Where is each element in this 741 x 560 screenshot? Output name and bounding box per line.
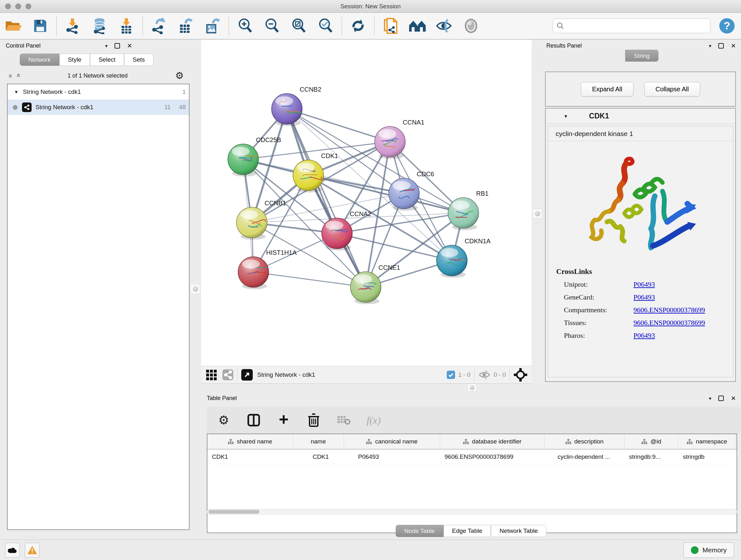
tab-string[interactable]: String	[625, 50, 658, 62]
panel-close-icon[interactable]: ✕	[731, 395, 736, 402]
table-horizontal-scrollbar[interactable]	[207, 509, 737, 515]
network-type-icon	[22, 103, 31, 112]
panel-close-icon[interactable]: ✕	[127, 42, 132, 50]
node-details-header[interactable]: ▼ CDK1	[546, 109, 735, 124]
tab-network[interactable]: Network	[20, 54, 59, 66]
network-view-toolbar: String Network - cdk1 1 - 0 0 - 0	[201, 366, 532, 384]
network-status-dot	[13, 105, 17, 110]
table-row[interactable]: CDK1 CDK1 P06493 9606.ENSP00000378699 cy…	[207, 449, 737, 464]
delete-table-icon	[336, 412, 352, 428]
status-bar: Memory	[0, 540, 741, 560]
crosslink-compartments-link[interactable]: 9606.ENSP00000378699	[633, 306, 705, 314]
panel-close-icon[interactable]: ✕	[731, 42, 736, 50]
open-session-button[interactable]	[0, 15, 27, 37]
tab-select[interactable]: Select	[90, 54, 124, 66]
column-header[interactable]: shared name	[207, 434, 293, 449]
collapse-all-networks-icon[interactable]: »	[14, 74, 22, 77]
scrollbar-thumb[interactable]	[208, 510, 259, 514]
right-splitter[interactable]	[532, 40, 543, 393]
zoom-fit-icon	[291, 17, 307, 34]
detach-view-button[interactable]	[241, 369, 253, 381]
selected-checkbox-icon[interactable]	[447, 371, 455, 379]
hide-selected-button[interactable]	[431, 15, 458, 37]
network-graph[interactable]: CCNB2CCNA1CDC25BCDK1CDC6RB1CCNB1CCNA2CDK…	[201, 40, 532, 366]
column-header[interactable]: description	[545, 434, 624, 449]
help-button[interactable]: ?	[719, 17, 735, 34]
search-field[interactable]	[553, 18, 711, 33]
grid-view-icon[interactable]	[206, 370, 217, 380]
panel-menu-caret-icon[interactable]: ▾	[105, 43, 108, 49]
zoom-out-icon	[264, 17, 280, 34]
export-network-button[interactable]	[145, 15, 172, 37]
network-share-icon[interactable]	[222, 369, 233, 380]
tab-sets[interactable]: Sets	[124, 54, 153, 66]
network-canvas[interactable]: CCNB2CCNA1CDC25BCDK1CDC6RB1CCNB1CCNA2CDK…	[201, 40, 532, 366]
zoom-selected-button[interactable]	[312, 15, 339, 37]
memory-button[interactable]: Memory	[684, 543, 734, 558]
network-row[interactable]: String Network - cdk1 11 48	[8, 100, 189, 115]
node-table: shared name name canonical name database…	[207, 434, 737, 533]
tab-style[interactable]: Style	[59, 54, 90, 66]
zoom-fit-button[interactable]	[285, 15, 312, 37]
cytoscape-window: Session: New Session	[0, 0, 741, 560]
panel-float-icon[interactable]	[115, 43, 120, 49]
crosslink-uniprot-link[interactable]: P06493	[633, 280, 655, 289]
crosslink-label: Pharos:	[564, 331, 633, 340]
import-network-database-button[interactable]	[86, 15, 113, 37]
bottom-splitter[interactable]	[201, 384, 532, 393]
network-edge-count: 48	[179, 104, 186, 111]
expand-all-networks-icon[interactable]: »	[6, 74, 15, 77]
crosslink-genecard-link[interactable]: P06493	[633, 293, 655, 301]
warnings-button[interactable]	[25, 543, 40, 557]
network-collection-row[interactable]: ▼ String Network - cdk1 1	[8, 84, 189, 100]
crosslink-pharos-link[interactable]: P06493	[633, 331, 655, 340]
crosslinks-heading: CrossLinks	[556, 267, 733, 276]
column-header[interactable]: namespace	[678, 434, 736, 449]
show-columns-icon[interactable]	[246, 412, 262, 428]
save-session-button[interactable]	[27, 15, 54, 37]
column-header[interactable]: database identifier	[440, 434, 545, 449]
crosslink-label: Compartments:	[564, 306, 633, 314]
toolbar-separator	[56, 17, 57, 35]
zoom-out-button[interactable]	[259, 15, 285, 37]
left-splitter[interactable]	[190, 40, 201, 540]
tab-edge-table[interactable]: Edge Table	[444, 525, 491, 537]
panel-menu-caret-icon[interactable]: ▾	[709, 43, 712, 49]
table-tabs: Node Table Edge Table Network Table	[201, 525, 741, 537]
export-network-icon	[151, 17, 167, 34]
create-column-icon[interactable]: +	[276, 412, 292, 428]
import-table-file-button[interactable]	[113, 15, 140, 37]
sphere-icon	[464, 18, 478, 33]
tab-node-table[interactable]: Node Table	[396, 525, 444, 537]
panel-float-icon[interactable]	[718, 43, 724, 49]
panel-float-icon[interactable]	[718, 395, 724, 401]
node-label: CDC25B	[256, 136, 281, 143]
search-input[interactable]	[567, 23, 706, 29]
table-panel-title: Table Panel	[207, 395, 237, 401]
column-header[interactable]: canonical name	[344, 434, 440, 449]
apply-layout-button[interactable]	[345, 15, 372, 37]
export-table-button[interactable]	[172, 15, 199, 37]
show-graphics-button[interactable]	[458, 15, 484, 37]
collapse-all-button[interactable]: Collapse All	[644, 82, 700, 97]
network-options-gear-icon[interactable]: ⚙	[175, 71, 184, 80]
delete-column-trash-icon[interactable]	[306, 412, 322, 428]
export-image-button[interactable]	[199, 15, 226, 37]
column-header[interactable]: name	[293, 434, 344, 449]
table-options-gear-icon[interactable]: ⚙	[216, 412, 232, 428]
column-header[interactable]: @id	[624, 434, 678, 449]
tab-network-table[interactable]: Network Table	[491, 525, 546, 537]
zoom-in-button[interactable]	[232, 15, 259, 37]
new-network-from-selection-button[interactable]	[377, 15, 404, 37]
section-expand-icon[interactable]: ▼	[563, 114, 568, 119]
crosslinks-section: CrossLinks Uniprot:P06493 GeneCard:P0649…	[548, 267, 733, 340]
houses-button[interactable]	[404, 15, 431, 37]
crosslink-tissues-link[interactable]: 9606.ENSP00000378699	[633, 319, 705, 327]
expand-all-button[interactable]: Expand All	[581, 82, 633, 97]
fit-selected-crosshair-icon[interactable]	[514, 368, 527, 381]
cloud-status-button[interactable]	[5, 543, 20, 557]
import-table-icon	[119, 17, 134, 34]
panel-menu-caret-icon[interactable]: ▾	[709, 395, 712, 401]
collection-expand-icon[interactable]: ▼	[14, 89, 18, 95]
import-network-file-button[interactable]	[59, 15, 86, 37]
